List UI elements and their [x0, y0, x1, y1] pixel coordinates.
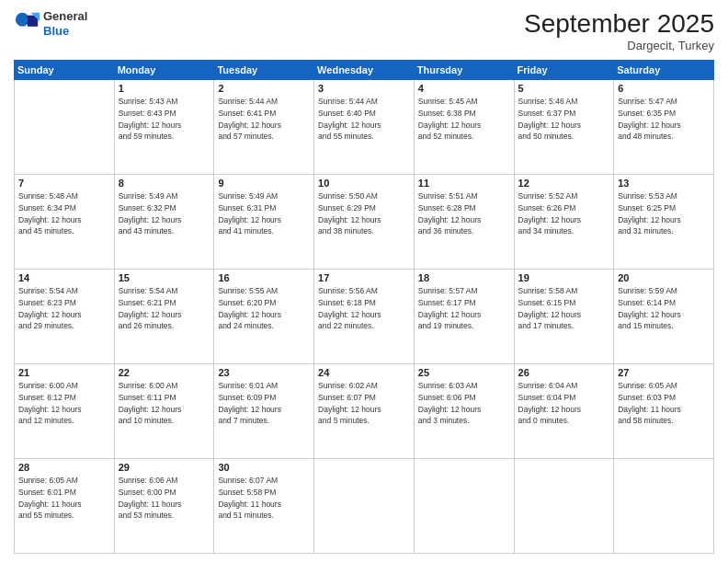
table-row: 4Sunrise: 5:45 AM Sunset: 6:38 PM Daylig… — [414, 80, 514, 175]
week-row-5: 28Sunrise: 6:05 AM Sunset: 6:01 PM Dayli… — [15, 459, 714, 554]
day-number: 4 — [418, 83, 510, 94]
logo: General Blue — [14, 9, 87, 38]
logo-general: General — [43, 9, 87, 24]
day-number: 8 — [119, 178, 210, 189]
day-info: Sunrise: 5:51 AM Sunset: 6:28 PM Dayligh… — [418, 190, 510, 237]
table-row: 24Sunrise: 6:02 AM Sunset: 6:07 PM Dayli… — [314, 364, 415, 459]
day-number: 10 — [318, 178, 410, 189]
table-row: 23Sunrise: 6:01 AM Sunset: 6:09 PM Dayli… — [214, 364, 314, 459]
day-info: Sunrise: 6:05 AM Sunset: 6:01 PM Dayligh… — [18, 475, 110, 522]
day-info: Sunrise: 5:44 AM Sunset: 6:41 PM Dayligh… — [218, 96, 310, 143]
table-row: 8Sunrise: 5:49 AM Sunset: 6:32 PM Daylig… — [114, 175, 214, 270]
day-info: Sunrise: 6:00 AM Sunset: 6:11 PM Dayligh… — [119, 380, 210, 427]
table-row: 30Sunrise: 6:07 AM Sunset: 5:58 PM Dayli… — [214, 459, 314, 554]
day-info: Sunrise: 5:48 AM Sunset: 6:34 PM Dayligh… — [18, 190, 110, 237]
day-number: 30 — [218, 462, 310, 473]
table-row: 15Sunrise: 5:54 AM Sunset: 6:21 PM Dayli… — [114, 270, 214, 364]
table-row: 13Sunrise: 5:53 AM Sunset: 6:25 PM Dayli… — [614, 175, 714, 270]
table-row — [514, 459, 614, 554]
day-info: Sunrise: 6:07 AM Sunset: 5:58 PM Dayligh… — [218, 475, 310, 522]
table-row: 19Sunrise: 5:58 AM Sunset: 6:15 PM Dayli… — [514, 270, 614, 364]
day-number: 3 — [318, 83, 410, 94]
day-info: Sunrise: 6:01 AM Sunset: 6:09 PM Dayligh… — [218, 380, 310, 427]
table-row: 5Sunrise: 5:46 AM Sunset: 6:37 PM Daylig… — [514, 80, 614, 175]
table-row: 18Sunrise: 5:57 AM Sunset: 6:17 PM Dayli… — [414, 270, 514, 364]
day-number: 9 — [218, 178, 310, 189]
day-number: 7 — [18, 178, 110, 189]
col-thursday: Thursday — [414, 61, 514, 80]
logo-text: General Blue — [43, 9, 87, 38]
location: Dargecit, Turkey — [524, 39, 714, 52]
calendar-page: General Blue September 2025 Dargecit, Tu… — [0, 0, 728, 563]
day-number: 15 — [119, 272, 210, 283]
table-row — [15, 80, 115, 175]
day-info: Sunrise: 5:58 AM Sunset: 6:15 PM Dayligh… — [518, 285, 610, 332]
day-info: Sunrise: 5:52 AM Sunset: 6:26 PM Dayligh… — [518, 190, 610, 237]
table-row: 14Sunrise: 5:54 AM Sunset: 6:23 PM Dayli… — [15, 270, 115, 364]
table-row: 3Sunrise: 5:44 AM Sunset: 6:40 PM Daylig… — [314, 80, 415, 175]
day-info: Sunrise: 6:06 AM Sunset: 6:00 PM Dayligh… — [119, 475, 210, 522]
table-row: 22Sunrise: 6:00 AM Sunset: 6:11 PM Dayli… — [114, 364, 214, 459]
table-row — [314, 459, 415, 554]
table-row: 11Sunrise: 5:51 AM Sunset: 6:28 PM Dayli… — [414, 175, 514, 270]
day-info: Sunrise: 5:49 AM Sunset: 6:31 PM Dayligh… — [218, 190, 310, 237]
day-info: Sunrise: 5:45 AM Sunset: 6:38 PM Dayligh… — [418, 96, 510, 143]
day-info: Sunrise: 6:05 AM Sunset: 6:03 PM Dayligh… — [618, 380, 710, 427]
day-info: Sunrise: 6:00 AM Sunset: 6:12 PM Dayligh… — [18, 380, 110, 427]
day-number: 26 — [518, 367, 610, 378]
table-row — [414, 459, 514, 554]
col-saturday: Saturday — [614, 61, 714, 80]
week-row-2: 7Sunrise: 5:48 AM Sunset: 6:34 PM Daylig… — [15, 175, 714, 270]
day-info: Sunrise: 6:03 AM Sunset: 6:06 PM Dayligh… — [418, 380, 510, 427]
day-info: Sunrise: 5:54 AM Sunset: 6:21 PM Dayligh… — [119, 285, 210, 332]
day-info: Sunrise: 5:59 AM Sunset: 6:14 PM Dayligh… — [618, 285, 710, 332]
day-number: 21 — [18, 367, 110, 378]
day-number: 2 — [218, 83, 310, 94]
table-row: 25Sunrise: 6:03 AM Sunset: 6:06 PM Dayli… — [414, 364, 514, 459]
day-number: 5 — [518, 83, 610, 94]
table-row: 29Sunrise: 6:06 AM Sunset: 6:00 PM Dayli… — [114, 459, 214, 554]
day-number: 23 — [218, 367, 310, 378]
day-number: 6 — [618, 83, 710, 94]
table-row: 21Sunrise: 6:00 AM Sunset: 6:12 PM Dayli… — [15, 364, 115, 459]
day-info: Sunrise: 5:44 AM Sunset: 6:40 PM Dayligh… — [318, 96, 410, 143]
col-wednesday: Wednesday — [314, 61, 415, 80]
month-title: September 2025 — [524, 9, 714, 39]
day-number: 27 — [618, 367, 710, 378]
day-number: 1 — [119, 83, 210, 94]
day-number: 22 — [119, 367, 210, 378]
day-info: Sunrise: 5:54 AM Sunset: 6:23 PM Dayligh… — [18, 285, 110, 332]
logo-blue: Blue — [43, 24, 87, 39]
day-info: Sunrise: 5:53 AM Sunset: 6:25 PM Dayligh… — [618, 190, 710, 237]
table-row: 7Sunrise: 5:48 AM Sunset: 6:34 PM Daylig… — [15, 175, 115, 270]
day-info: Sunrise: 6:04 AM Sunset: 6:04 PM Dayligh… — [518, 380, 610, 427]
day-info: Sunrise: 5:49 AM Sunset: 6:32 PM Dayligh… — [119, 190, 210, 237]
day-info: Sunrise: 5:43 AM Sunset: 6:43 PM Dayligh… — [119, 96, 210, 143]
day-info: Sunrise: 5:47 AM Sunset: 6:35 PM Dayligh… — [618, 96, 710, 143]
day-number: 18 — [418, 272, 510, 283]
day-number: 20 — [618, 272, 710, 283]
col-monday: Monday — [114, 61, 214, 80]
col-friday: Friday — [514, 61, 614, 80]
day-info: Sunrise: 5:56 AM Sunset: 6:18 PM Dayligh… — [318, 285, 410, 332]
day-number: 11 — [418, 178, 510, 189]
day-info: Sunrise: 5:46 AM Sunset: 6:37 PM Dayligh… — [518, 96, 610, 143]
day-number: 12 — [518, 178, 610, 189]
day-number: 16 — [218, 272, 310, 283]
day-number: 19 — [518, 272, 610, 283]
calendar-header-row: Sunday Monday Tuesday Wednesday Thursday… — [15, 61, 714, 80]
day-info: Sunrise: 5:55 AM Sunset: 6:20 PM Dayligh… — [218, 285, 310, 332]
table-row: 20Sunrise: 5:59 AM Sunset: 6:14 PM Dayli… — [614, 270, 714, 364]
week-row-3: 14Sunrise: 5:54 AM Sunset: 6:23 PM Dayli… — [15, 270, 714, 364]
day-number: 13 — [618, 178, 710, 189]
header: General Blue September 2025 Dargecit, Tu… — [14, 9, 714, 52]
svg-point-0 — [16, 12, 29, 26]
col-sunday: Sunday — [15, 61, 115, 80]
day-number: 14 — [18, 272, 110, 283]
table-row: 27Sunrise: 6:05 AM Sunset: 6:03 PM Dayli… — [614, 364, 714, 459]
table-row: 26Sunrise: 6:04 AM Sunset: 6:04 PM Dayli… — [514, 364, 614, 459]
day-number: 17 — [318, 272, 410, 283]
table-row: 12Sunrise: 5:52 AM Sunset: 6:26 PM Dayli… — [514, 175, 614, 270]
table-row: 10Sunrise: 5:50 AM Sunset: 6:29 PM Dayli… — [314, 175, 415, 270]
week-row-4: 21Sunrise: 6:00 AM Sunset: 6:12 PM Dayli… — [15, 364, 714, 459]
